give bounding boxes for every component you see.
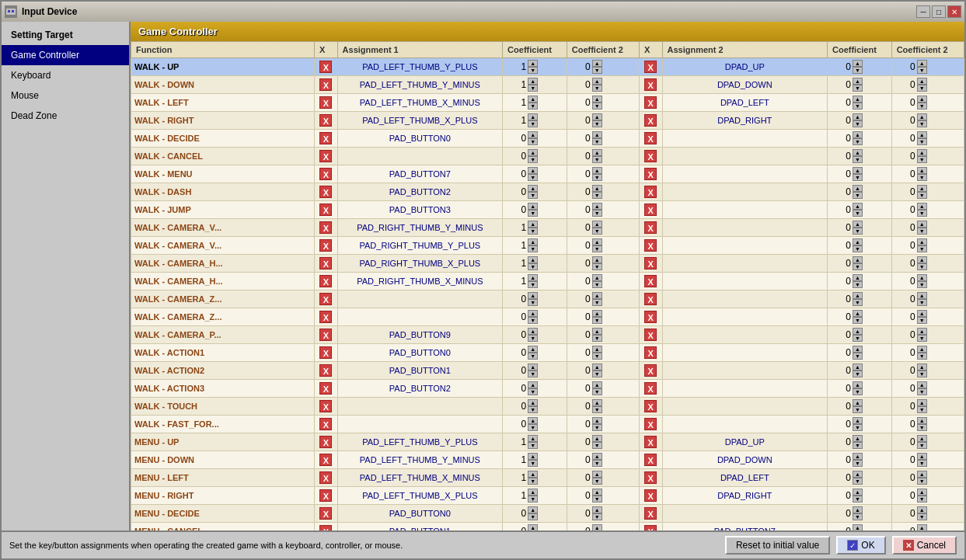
assignment2-cell[interactable] xyxy=(662,398,828,416)
spin-up[interactable]: ▲ xyxy=(917,453,927,460)
x2-mark[interactable]: X xyxy=(644,239,657,252)
spin-down[interactable]: ▼ xyxy=(853,281,863,288)
spin-down[interactable]: ▼ xyxy=(592,192,602,199)
x1-mark[interactable]: X xyxy=(319,96,332,109)
x2-mark[interactable]: X xyxy=(644,382,657,395)
spin-up[interactable]: ▲ xyxy=(853,185,863,192)
x2-mark[interactable]: X xyxy=(644,203,657,216)
spin-down[interactable]: ▼ xyxy=(917,478,927,485)
spin-up[interactable]: ▲ xyxy=(592,96,602,103)
spin-down[interactable]: ▼ xyxy=(592,85,602,92)
x2-mark[interactable]: X xyxy=(644,168,657,180)
spin-down[interactable]: ▼ xyxy=(917,442,927,449)
spin-up[interactable]: ▲ xyxy=(917,60,927,67)
spin-up[interactable]: ▲ xyxy=(917,328,927,335)
spin-up[interactable]: ▲ xyxy=(917,238,927,245)
x2-cell[interactable]: X xyxy=(640,326,663,344)
x2-cell[interactable]: X xyxy=(640,523,663,531)
minimize-button[interactable]: ─ xyxy=(916,5,930,18)
sidebar-item-keyboard[interactable]: Keyboard xyxy=(2,65,129,85)
spin-up[interactable]: ▲ xyxy=(853,78,863,85)
x2-mark[interactable]: X xyxy=(644,400,657,412)
spin-up[interactable]: ▲ xyxy=(917,417,927,424)
assignment2-cell[interactable] xyxy=(662,416,828,433)
x1-cell[interactable]: X xyxy=(315,523,338,531)
x2-cell[interactable]: X xyxy=(640,255,663,273)
spin-down[interactable]: ▼ xyxy=(853,228,863,235)
x1-cell[interactable]: X xyxy=(315,237,338,255)
x1-cell[interactable]: X xyxy=(315,58,338,76)
spin-down[interactable]: ▼ xyxy=(853,103,863,110)
spin-up[interactable]: ▲ xyxy=(592,399,602,406)
spin-up[interactable]: ▲ xyxy=(917,256,927,263)
spin-down[interactable]: ▼ xyxy=(528,103,538,110)
spin-up[interactable]: ▲ xyxy=(592,78,602,85)
assignment1-cell[interactable]: PAD_LEFT_THUMB_Y_PLUS xyxy=(337,58,503,76)
assignment1-cell[interactable]: PAD_LEFT_THUMB_Y_MINUS xyxy=(337,76,503,94)
x1-mark[interactable]: X xyxy=(319,257,332,270)
x1-mark[interactable]: X xyxy=(319,436,332,448)
spin-down[interactable]: ▼ xyxy=(592,388,602,395)
spin-down[interactable]: ▼ xyxy=(528,85,538,92)
spin-up[interactable]: ▲ xyxy=(592,489,602,496)
table-row[interactable]: WALK - ACTION1XPAD_BUTTON0 0 ▲ ▼ 0 ▲ ▼ X… xyxy=(131,344,964,362)
x1-cell[interactable]: X xyxy=(315,469,338,487)
spin-up[interactable]: ▲ xyxy=(528,185,538,192)
spin-down[interactable]: ▼ xyxy=(853,210,863,217)
spin-down[interactable]: ▼ xyxy=(592,67,602,74)
x1-cell[interactable]: X xyxy=(315,505,338,523)
spin-up[interactable]: ▲ xyxy=(917,310,927,317)
spin-up[interactable]: ▲ xyxy=(853,238,863,245)
spin-down[interactable]: ▼ xyxy=(853,424,863,431)
spin-up[interactable]: ▲ xyxy=(917,203,927,210)
assignment2-cell[interactable] xyxy=(662,273,828,290)
spin-up[interactable]: ▲ xyxy=(592,221,602,228)
spin-up[interactable]: ▲ xyxy=(528,453,538,460)
assignment2-cell[interactable] xyxy=(662,237,828,255)
spin-up[interactable]: ▲ xyxy=(917,506,927,513)
assignment1-cell[interactable]: PAD_RIGHT_THUMB_X_PLUS xyxy=(337,255,503,273)
x1-mark[interactable]: X xyxy=(319,239,332,252)
x1-cell[interactable]: X xyxy=(315,451,338,469)
assignment1-cell[interactable]: PAD_RIGHT_THUMB_Y_MINUS xyxy=(337,219,503,237)
assignment1-cell[interactable]: PAD_BUTTON0 xyxy=(337,344,503,362)
assignment2-cell[interactable] xyxy=(662,326,828,344)
x2-cell[interactable]: X xyxy=(640,112,663,130)
spin-up[interactable]: ▲ xyxy=(592,417,602,424)
assignment1-cell[interactable]: PAD_LEFT_THUMB_Y_MINUS xyxy=(337,451,503,469)
spin-up[interactable]: ▲ xyxy=(592,167,602,174)
spin-up[interactable]: ▲ xyxy=(592,149,602,156)
spin-down[interactable]: ▼ xyxy=(917,513,927,520)
spin-down[interactable]: ▼ xyxy=(592,460,602,467)
spin-up[interactable]: ▲ xyxy=(853,149,863,156)
x2-cell[interactable]: X xyxy=(640,94,663,112)
spin-down[interactable]: ▼ xyxy=(592,317,602,324)
assignment2-cell[interactable] xyxy=(662,344,828,362)
spin-down[interactable]: ▼ xyxy=(592,156,602,163)
spin-up[interactable]: ▲ xyxy=(528,274,538,281)
spin-up[interactable]: ▲ xyxy=(853,310,863,317)
x1-cell[interactable]: X xyxy=(315,112,338,130)
spin-down[interactable]: ▼ xyxy=(917,317,927,324)
assignment2-cell[interactable] xyxy=(662,380,828,398)
spin-down[interactable]: ▼ xyxy=(528,67,538,74)
assignment2-cell[interactable] xyxy=(662,308,828,326)
assignment1-cell[interactable]: PAD_LEFT_THUMB_Y_PLUS xyxy=(337,433,503,451)
spin-down[interactable]: ▼ xyxy=(592,299,602,306)
spin-up[interactable]: ▲ xyxy=(917,435,927,442)
spin-up[interactable]: ▲ xyxy=(528,328,538,335)
spin-down[interactable]: ▼ xyxy=(917,156,927,163)
table-row[interactable]: WALK - MENUXPAD_BUTTON7 0 ▲ ▼ 0 ▲ ▼ X 0 … xyxy=(131,165,964,183)
assignment1-cell[interactable]: PAD_LEFT_THUMB_X_MINUS xyxy=(337,94,503,112)
spin-down[interactable]: ▼ xyxy=(528,513,538,520)
x1-mark[interactable]: X xyxy=(319,364,332,377)
x2-cell[interactable]: X xyxy=(640,451,663,469)
assignment2-cell[interactable]: DPAD_UP xyxy=(662,433,828,451)
assignment2-cell[interactable]: DPAD_UP xyxy=(662,58,828,76)
table-row[interactable]: WALK - CAMERA_P...XPAD_BUTTON9 0 ▲ ▼ 0 ▲… xyxy=(131,326,964,344)
spin-up[interactable]: ▲ xyxy=(917,131,927,138)
spin-down[interactable]: ▼ xyxy=(853,406,863,413)
spin-up[interactable]: ▲ xyxy=(528,399,538,406)
x2-mark[interactable]: X xyxy=(644,221,657,234)
spin-down[interactable]: ▼ xyxy=(853,496,863,503)
